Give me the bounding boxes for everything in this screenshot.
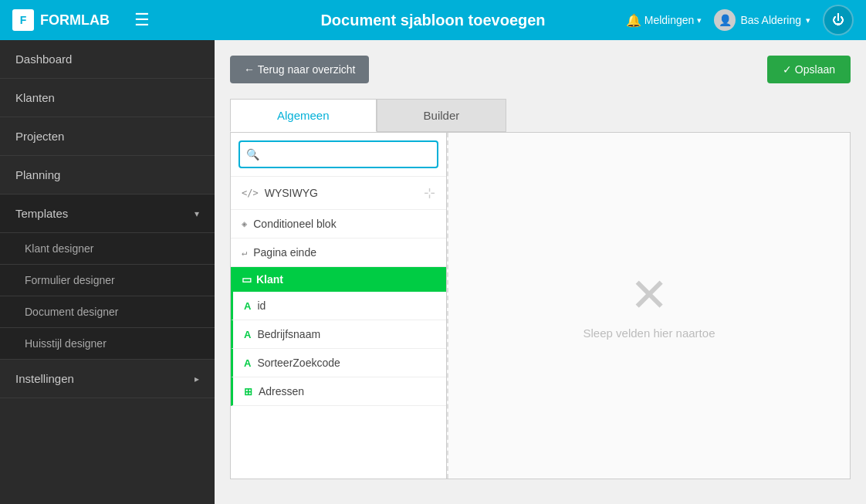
avatar: 👤 bbox=[714, 9, 736, 31]
back-button[interactable]: ← Terug naar overzicht bbox=[230, 56, 369, 83]
drop-zone-text: Sleep velden hier naartoe bbox=[584, 326, 715, 340]
page-title: Document sjabloon toevoegen bbox=[320, 12, 545, 29]
klant-field-adressen[interactable]: ⊞ Adressen bbox=[231, 377, 446, 406]
search-input[interactable] bbox=[238, 140, 438, 168]
drop-zone: ✕ Sleep velden hier naartoe bbox=[447, 133, 850, 479]
instellingen-chevron-icon: ▸ bbox=[195, 374, 199, 384]
sidebar-item-dashboard[interactable]: Dashboard bbox=[0, 40, 215, 79]
field-item-conditioneel-blok[interactable]: ◈ Conditioneel blok bbox=[231, 210, 446, 238]
sidebar-subitem-formulier-designer[interactable]: Formulier designer bbox=[0, 265, 215, 296]
wysiwyg-icon: </> bbox=[242, 188, 259, 198]
hamburger-icon[interactable]: ☰ bbox=[134, 10, 150, 30]
klant-field-sorteerzoekcode[interactable]: A SorteerZoekcode bbox=[231, 349, 446, 377]
sorteerzoekcode-type-icon: A bbox=[244, 357, 251, 369]
save-button[interactable]: ✓ Opslaan bbox=[767, 56, 851, 83]
pagina-einde-icon: ↵ bbox=[242, 247, 247, 258]
bell-icon: 🔔 bbox=[626, 13, 641, 28]
conditioneel-icon: ◈ bbox=[242, 218, 247, 229]
topbar-right: 🔔 Meldingen ▾ 👤 Bas Aldering ▾ ⏻ bbox=[626, 5, 854, 36]
user-menu[interactable]: 👤 Bas Aldering ▾ bbox=[714, 9, 810, 31]
tabs: Algemeen Builder bbox=[230, 99, 851, 132]
search-wrapper: 🔍 bbox=[238, 140, 438, 168]
sidebar-subitem-klant-designer[interactable]: Klant designer bbox=[0, 233, 215, 265]
fields-panel: 🔍 </> WYSIWYG ⊹ ◈ Conditioneel blok ↵ Pa… bbox=[231, 133, 447, 479]
tab-builder[interactable]: Builder bbox=[377, 99, 507, 132]
sidebar-subitem-document-designer[interactable]: Document designer bbox=[0, 296, 215, 328]
klant-field-bedrijfsnaam[interactable]: A Bedrijfsnaam bbox=[231, 320, 446, 349]
klant-section-header[interactable]: ▭ Klant bbox=[231, 267, 446, 292]
field-item-wysiwyg[interactable]: </> WYSIWYG ⊹ bbox=[231, 177, 446, 210]
wysiwyg-drag-icon: ⊹ bbox=[424, 184, 435, 201]
logo-icon: F bbox=[12, 9, 34, 31]
notifications-button[interactable]: 🔔 Meldingen ▾ bbox=[626, 13, 702, 28]
bedrijfsnaam-type-icon: A bbox=[244, 329, 251, 340]
action-bar: ← Terug naar overzicht ✓ Opslaan bbox=[230, 56, 851, 83]
notifications-caret: ▾ bbox=[697, 15, 702, 25]
user-caret: ▾ bbox=[806, 15, 810, 25]
field-item-pagina-einde[interactable]: ↵ Pagina einde bbox=[231, 238, 446, 267]
logo: F FORMLAB bbox=[12, 9, 110, 31]
sidebar-item-klanten[interactable]: Klanten bbox=[0, 79, 215, 117]
sidebar-item-instellingen[interactable]: Instellingen ▸ bbox=[0, 360, 215, 398]
drop-zone-x-icon: ✕ bbox=[630, 272, 668, 319]
tab-algemeen[interactable]: Algemeen bbox=[230, 99, 377, 132]
sidebar-subitem-huisstijl-designer[interactable]: Huisstijl designer bbox=[0, 328, 215, 360]
search-box: 🔍 bbox=[231, 133, 446, 177]
content-area: 🔍 </> WYSIWYG ⊹ ◈ Conditioneel blok ↵ Pa… bbox=[230, 132, 851, 479]
sidebar-item-templates[interactable]: Templates ▾ bbox=[0, 194, 215, 233]
sidebar: Dashboard Klanten Projecten Planning Tem… bbox=[0, 40, 215, 504]
topbar: F FORMLAB ☰ Document sjabloon toevoegen … bbox=[0, 0, 866, 40]
klant-collapse-icon: ▭ bbox=[242, 273, 252, 286]
sidebar-item-planning[interactable]: Planning bbox=[0, 156, 215, 194]
templates-chevron-icon: ▾ bbox=[195, 208, 199, 219]
main-content: ← Terug naar overzicht ✓ Opslaan Algemee… bbox=[215, 40, 866, 504]
sidebar-item-projecten[interactable]: Projecten bbox=[0, 117, 215, 156]
adressen-type-icon: ⊞ bbox=[244, 386, 252, 397]
search-icon: 🔍 bbox=[246, 148, 259, 161]
power-button[interactable]: ⏻ bbox=[823, 5, 854, 36]
id-type-icon: A bbox=[244, 300, 251, 312]
klant-field-id[interactable]: A id bbox=[231, 292, 446, 320]
